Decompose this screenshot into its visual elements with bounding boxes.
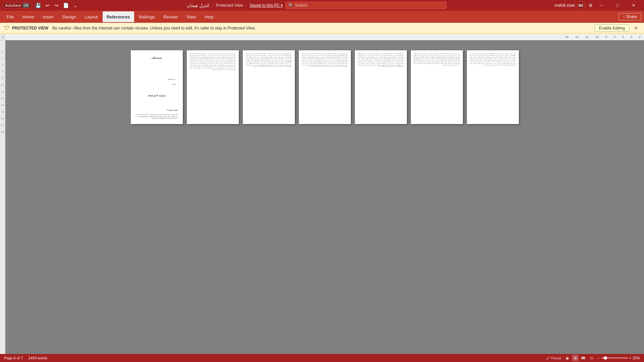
tab-layout[interactable]: Layout: [81, 11, 102, 22]
undo-button[interactable]: ↩: [44, 2, 51, 9]
page1-body: همان‌طور که می‌دانیم هیجان‌ها بخش جدایی‌…: [136, 114, 177, 121]
more-button[interactable]: ⌄: [72, 2, 79, 9]
title-bar-center: کنترل هیجان - Protected View - Saved to …: [187, 2, 446, 9]
zoom-in-btn[interactable]: +: [629, 356, 631, 360]
user-info: mahdi ziaei MZ: [554, 1, 585, 9]
protected-view-close[interactable]: ✕: [632, 25, 640, 32]
protected-view-title: PROTECTED VIEW: [12, 26, 48, 31]
page-4-wrapper: در این پژوهش سعی شده است که راهکارهای عم…: [299, 50, 351, 124]
protected-view-message: Be careful—files from the Internet can c…: [52, 26, 592, 31]
separator2: -: [246, 3, 247, 8]
title-bar-left: AutoSave Off 💾 ↩ ↪ 📄 ⌄: [3, 2, 79, 9]
title-bar-right: mahdi ziaei MZ ⊞ ─ □ ✕: [554, 0, 641, 11]
page-4-content: در این پژوهش سعی شده است که راهکارهای عم…: [299, 50, 351, 124]
user-avatar[interactable]: MZ: [577, 1, 585, 9]
focus-label[interactable]: 🖊 Focus: [546, 356, 561, 360]
title-bar: AutoSave Off 💾 ↩ ↪ 📄 ⌄ کنترل هیجان - Pro…: [0, 0, 644, 11]
print-layout-btn[interactable]: ▣: [564, 355, 571, 361]
page1-subject: موضوع: کنترل هیجان: [148, 94, 165, 97]
tab-design[interactable]: Design: [58, 11, 80, 22]
page1-teacher-label: استاد: [138, 83, 175, 85]
zoom-slider[interactable]: [601, 357, 628, 359]
window-controls: ─ □ ✕: [594, 0, 641, 11]
protected-view-bar: 🛡 PROTECTED VIEW Be careful—files from t…: [0, 23, 644, 34]
focus-view-btn[interactable]: ⊡: [588, 355, 595, 361]
left-ruler-numbers: 2 2 4 6 8 10 12 14 16 18 20 22 26: [0, 48, 5, 135]
page1-section-title: هیجان چیست؟: [136, 109, 177, 111]
zoom-out-btn[interactable]: −: [597, 356, 599, 360]
page-5: نادیده گرفتن هیجان‌ها و یا سرکوب کردن آن…: [355, 50, 407, 124]
page-6-wrapper: به نظر می‌رسد که تمرین منظم تکنیک‌های کن…: [411, 50, 463, 124]
share-button[interactable]: ↑ Share: [619, 13, 641, 20]
enable-editing-button[interactable]: Enable Editing: [595, 24, 629, 32]
tab-references[interactable]: References: [103, 11, 134, 22]
page-3: استراتژی‌های مختلفی برای کنترل هیجان وجو…: [243, 50, 295, 124]
save-button[interactable]: 💾: [34, 2, 42, 9]
page4-text: در این پژوهش سعی شده است که راهکارهای عم…: [302, 53, 348, 67]
tab-review[interactable]: Review: [159, 11, 182, 22]
page-4: در این پژوهش سعی شده است که راهکارهای عم…: [299, 50, 351, 124]
doc-name: کنترل هیجان: [187, 3, 209, 8]
page-7: چکیده: زندگی امروزی سرشار از چالش‌ها و م…: [467, 50, 519, 124]
page-3-content: استراتژی‌های مختلفی برای کنترل هیجان وجو…: [243, 50, 295, 124]
separator1: -: [212, 3, 213, 8]
page-7-content: چکیده: زندگی امروزی سرشار از چالش‌ها و م…: [467, 50, 519, 124]
vertical-ruler: 2 2 4 6 8 10 12 14 16 18 20 22 26: [0, 40, 5, 354]
save-location[interactable]: Saved to this PC ▾: [250, 3, 283, 8]
tab-file[interactable]: File: [3, 11, 18, 22]
page-6-content: به نظر می‌رسد که تمرین منظم تکنیک‌های کن…: [411, 50, 463, 124]
view-mode: Protected View: [216, 3, 243, 8]
page-5-content: نادیده گرفتن هیجان‌ها و یا سرکوب کردن آن…: [355, 50, 407, 124]
page-5-wrapper: نادیده گرفتن هیجان‌ها و یا سرکوب کردن آن…: [355, 50, 407, 124]
read-mode-btn[interactable]: 📖: [580, 355, 587, 361]
page-2-content: با وجود این که می‌دانیم هیجان‌ها نقش مهم…: [187, 50, 239, 124]
search-input[interactable]: [295, 3, 443, 8]
page-1: بسمه تعالی نام دانشجو استاد موضوع: کنترل…: [131, 50, 183, 124]
page3-text: استراتژی‌های مختلفی برای کنترل هیجان وجو…: [246, 53, 292, 67]
close-button[interactable]: ✕: [626, 0, 641, 11]
tab-help[interactable]: Help: [201, 11, 218, 22]
ruler-numbers: 18 14 12 10 8 6 4 2 2: [565, 34, 644, 40]
document-area[interactable]: بسمه تعالی نام دانشجو استاد موضوع: کنترل…: [5, 40, 644, 354]
page-1-content: بسمه تعالی نام دانشجو استاد موضوع: کنترل…: [131, 50, 183, 124]
zoom-area: − + 25%: [597, 356, 640, 360]
tab-insert[interactable]: Insert: [39, 11, 58, 22]
ribbon: File Home Insert Design Layout Reference…: [0, 11, 644, 23]
search-icon: 🔍: [288, 3, 293, 8]
ruler-corner: ⊿: [0, 34, 5, 40]
new-doc-button[interactable]: 📄: [62, 2, 70, 9]
word-count: 1493 words: [28, 356, 47, 360]
ruler-main: 18 14 12 10 8 6 4 2 2: [5, 34, 644, 40]
page5-text: نادیده گرفتن هیجان‌ها و یا سرکوب کردن آن…: [358, 53, 404, 67]
page-6: به نظر می‌رسد که تمرین منظم تکنیک‌های کن…: [411, 50, 463, 124]
status-bar: Page 6 of 7 1493 words 🖊 Focus ▣ ⊞ 📖 ⊡ −…: [0, 354, 644, 362]
page2-text: با وجود این که می‌دانیم هیجان‌ها نقش مهم…: [190, 53, 236, 71]
autosave-toggle[interactable]: AutoSave Off: [3, 3, 32, 8]
tab-view[interactable]: View: [182, 11, 200, 22]
page-3-wrapper: استراتژی‌های مختلفی برای کنترل هیجان وجو…: [243, 50, 295, 124]
status-right: 🖊 Focus ▣ ⊞ 📖 ⊡ − + 25%: [546, 355, 640, 361]
zoom-thumb: [604, 356, 607, 360]
page1-title: بسمه تعالی: [151, 56, 162, 60]
view-buttons: ▣ ⊞ 📖 ⊡: [564, 355, 595, 361]
page-info: Page 6 of 7: [4, 356, 23, 360]
layout-icon[interactable]: ⊞: [589, 3, 592, 8]
user-name: mahdi ziaei: [554, 3, 575, 8]
redo-button[interactable]: ↪: [53, 2, 60, 9]
search-box[interactable]: 🔍: [285, 2, 446, 9]
page-1-wrapper: بسمه تعالی نام دانشجو استاد موضوع: کنترل…: [131, 50, 183, 124]
page7-text: چکیده: زندگی امروزی سرشار از چالش‌ها و م…: [470, 53, 516, 66]
minimize-button[interactable]: ─: [594, 0, 609, 11]
ribbon-tabs: File Home Insert Design Layout Reference…: [0, 11, 644, 23]
status-left: Page 6 of 7 1493 words: [4, 356, 47, 360]
tab-mailings[interactable]: Mailings: [135, 11, 159, 22]
autosave-state: Off: [22, 3, 30, 8]
maximize-button[interactable]: □: [610, 0, 625, 11]
protected-view-icon: 🛡: [4, 25, 9, 31]
tab-home[interactable]: Home: [18, 11, 38, 22]
page-2-wrapper: با وجود این که می‌دانیم هیجان‌ها نقش مهم…: [187, 50, 239, 124]
autosave-label: AutoSave: [5, 3, 21, 7]
web-layout-btn[interactable]: ⊞: [572, 355, 579, 361]
pages-row: بسمه تعالی نام دانشجو استاد موضوع: کنترل…: [131, 50, 519, 124]
page-2: با وجود این که می‌دانیم هیجان‌ها نقش مهم…: [187, 50, 239, 124]
